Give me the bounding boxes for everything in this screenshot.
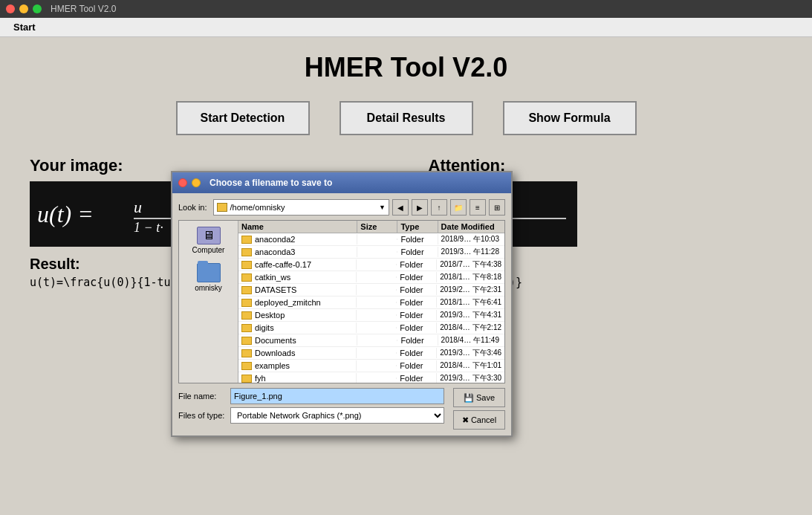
file-name-text: deployed_zmitchn: [255, 298, 321, 307]
dialog-title-text: Choose a filename to save to: [210, 178, 332, 188]
col-size[interactable]: Size: [357, 221, 397, 233]
dialog-body: Look in: /home/omnisky ▼ ◀ ▶ ↑ 📁 ≡ ⊞: [172, 193, 511, 435]
file-name-cell: digits: [238, 323, 357, 333]
folder-icon: [241, 299, 252, 307]
table-row[interactable]: examples Folder 2018/4… 下午1:01: [238, 360, 504, 372]
look-in-path[interactable]: /home/omnisky ▼: [213, 199, 389, 216]
file-date-cell: 2018/4… 午11:49: [438, 334, 504, 346]
file-name-text: DATASETS: [255, 285, 296, 294]
file-size-cell: [357, 314, 397, 316]
minimize-traffic-light[interactable]: [19, 4, 28, 13]
file-size-cell: [357, 276, 397, 278]
filetype-row: Files of type: Portable Network Graphics…: [178, 407, 444, 424]
menu-start[interactable]: Start: [7, 20, 42, 34]
file-rows: anaconda2 Folder 2018/9… 午10:03 anaconda…: [238, 233, 504, 383]
table-row[interactable]: Documents Folder 2018/4… 午11:49: [238, 334, 504, 347]
file-list-container: 🖥 Computer omnisky Name Size: [178, 220, 505, 383]
nav-up-button[interactable]: ↑: [431, 199, 447, 216]
table-row[interactable]: anaconda3 Folder 2019/3… 午11:28: [238, 246, 504, 259]
table-row[interactable]: digits Folder 2018/4… 下午2:12: [238, 322, 504, 334]
folder-icon: [241, 236, 252, 244]
file-type-cell: Folder: [397, 297, 437, 308]
folder-icon: [241, 248, 252, 256]
col-date[interactable]: Date Modified: [438, 221, 504, 233]
filename-label: File name:: [178, 392, 230, 401]
table-row[interactable]: caffe-caffe-0.17 Folder 2018/7… 下午4:38: [238, 259, 504, 271]
file-size-cell: [357, 352, 397, 354]
save-button[interactable]: 💾 Save: [453, 388, 505, 407]
new-folder-button[interactable]: 📁: [450, 199, 467, 216]
file-name-cell: deployed_zmitchn: [238, 297, 357, 308]
close-traffic-light[interactable]: [6, 4, 15, 13]
file-date-cell: 2018/7… 下午4:38: [437, 259, 504, 271]
file-name-text: Documents: [255, 336, 296, 345]
file-size-cell: [357, 302, 397, 303]
col-type[interactable]: Type: [397, 221, 438, 233]
file-date-cell: 2019/3… 下午3:30: [437, 372, 504, 383]
file-type-cell: Folder: [397, 259, 437, 270]
file-name-cell: anaconda2: [238, 234, 357, 244]
folder-icon: [241, 375, 252, 383]
dialog-buttons: 💾 Save ✖ Cancel: [453, 388, 505, 430]
file-save-dialog[interactable]: Choose a filename to save to Look in: /h…: [171, 171, 513, 437]
dialog-title-bar: Choose a filename to save to: [172, 172, 511, 193]
file-name-cell: fyh: [238, 373, 357, 383]
dropdown-arrow[interactable]: ▼: [379, 204, 386, 211]
file-size-cell: [357, 264, 397, 265]
dialog-minimize-button[interactable]: [192, 178, 201, 187]
view-list-button[interactable]: ≡: [470, 199, 486, 216]
nav-back-button[interactable]: ◀: [392, 199, 409, 216]
file-list[interactable]: Name Size Type Date Modified anaconda2 F…: [238, 221, 504, 383]
file-name-cell: Downloads: [238, 348, 357, 358]
table-row[interactable]: fyh Folder 2019/3… 下午3:30: [238, 372, 504, 383]
file-date-cell: 2018/4… 下午2:12: [437, 322, 504, 334]
folder-icon: [241, 362, 252, 370]
folder-icon: [241, 261, 252, 269]
file-date-cell: 2018/9… 午10:03: [438, 233, 504, 245]
filename-input[interactable]: [230, 388, 444, 404]
file-name-cell: examples: [238, 360, 357, 371]
table-row[interactable]: Desktop Folder 2019/3… 下午4:31: [238, 309, 504, 322]
dialog-inputs: File name: Files of type: Portable Netwo…: [178, 388, 444, 427]
filetype-select[interactable]: Portable Network Graphics (*.png): [230, 407, 444, 424]
file-type-cell: Folder: [397, 247, 438, 257]
folder-icon: [241, 286, 252, 294]
col-name[interactable]: Name: [238, 221, 357, 233]
file-name-cell: anaconda3: [238, 247, 357, 257]
file-size-cell: [357, 365, 397, 366]
maximize-traffic-light[interactable]: [33, 4, 42, 13]
cancel-button[interactable]: ✖ Cancel: [453, 410, 505, 430]
computer-icon: 🖥: [197, 227, 221, 244]
file-date-cell: 2019/3… 下午4:31: [437, 309, 504, 321]
file-date-cell: 2018/1… 下午6:41: [437, 297, 504, 308]
menu-bar: Start: [0, 18, 812, 37]
file-size-cell: [357, 239, 397, 240]
file-name-text: Downloads: [255, 349, 295, 357]
file-date-cell: 2018/4… 下午1:01: [437, 360, 504, 372]
app-title-bar: HMER Tool V2.0: [51, 4, 116, 14]
table-row[interactable]: catkin_ws Folder 2018/1… 下午8:18: [238, 271, 504, 284]
dialog-close-button[interactable]: [178, 178, 187, 187]
table-row[interactable]: deployed_zmitchn Folder 2018/1… 下午6:41: [238, 297, 504, 309]
file-name-text: anaconda2: [255, 235, 295, 244]
file-list-header: Name Size Type Date Modified: [238, 221, 504, 233]
file-type-cell: Folder: [397, 310, 437, 320]
nav-forward-button[interactable]: ▶: [412, 199, 428, 216]
dialog-sidebar: 🖥 Computer omnisky: [179, 221, 238, 383]
file-size-cell: [357, 378, 397, 379]
table-row[interactable]: DATASETS Folder 2019/2… 下午2:31: [238, 284, 504, 297]
view-detail-button[interactable]: ⊞: [489, 199, 505, 216]
file-name-cell: Documents: [238, 335, 357, 346]
folder-icon: [241, 337, 252, 345]
sidebar-computer-label: Computer: [192, 246, 225, 254]
table-row[interactable]: Downloads Folder 2019/3… 下午3:46: [238, 347, 504, 360]
sidebar-computer[interactable]: 🖥 Computer: [182, 227, 235, 254]
file-type-cell: Folder: [397, 348, 437, 358]
file-name-text: catkin_ws: [255, 273, 290, 282]
sidebar-omnisky[interactable]: omnisky: [182, 263, 235, 292]
file-name-text: caffe-caffe-0.17: [255, 260, 311, 269]
table-row[interactable]: anaconda2 Folder 2018/9… 午10:03: [238, 233, 504, 246]
file-name-cell: Desktop: [238, 310, 357, 320]
file-size-cell: [357, 289, 397, 291]
file-name-text: Desktop: [255, 311, 285, 320]
